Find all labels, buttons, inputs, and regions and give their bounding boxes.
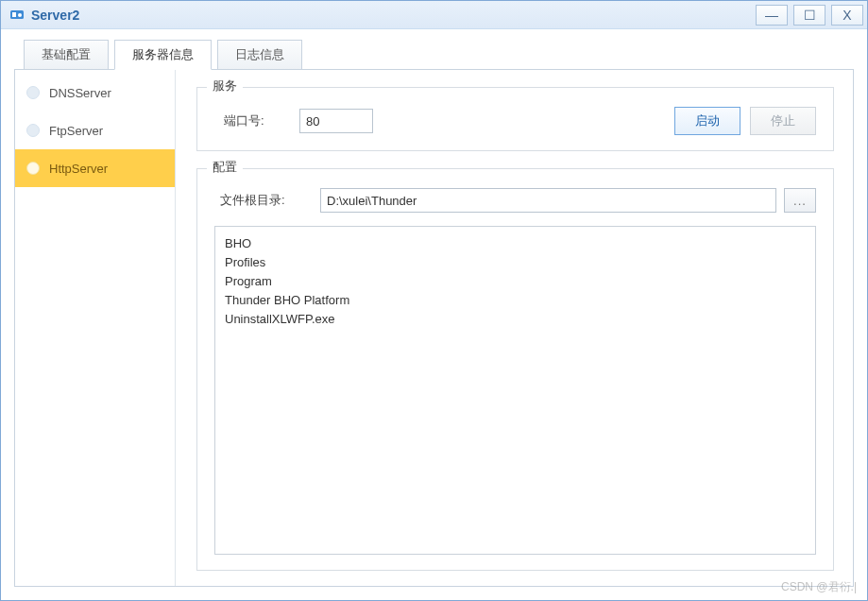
sidebar-item-label: HttpServer (49, 162, 108, 176)
tab-log-info[interactable]: 日志信息 (217, 40, 302, 70)
config-legend: 配置 (207, 159, 243, 176)
port-input[interactable] (299, 109, 373, 133)
sidebar-item-label: FtpServer (49, 124, 103, 138)
config-group: 配置 文件根目录: ... BHO Profiles Program Thund… (196, 168, 834, 571)
tab-basic-config[interactable]: 基础配置 (24, 40, 109, 70)
list-item[interactable]: UninstallXLWFP.exe (225, 310, 806, 329)
list-item[interactable]: Program (225, 272, 806, 291)
service-group: 服务 端口号: 启动 停止 (196, 87, 834, 151)
stop-button: 停止 (750, 107, 816, 135)
file-list[interactable]: BHO Profiles Program Thunder BHO Platfor… (214, 226, 816, 555)
main-panel: DNSServer FtpServer HttpServer 服务 端口号: (14, 69, 854, 587)
root-dir-row: 文件根目录: ... (214, 188, 816, 213)
sidebar-item-ftpserver[interactable]: FtpServer (15, 112, 175, 149)
status-dot-icon (26, 162, 40, 175)
start-button[interactable]: 启动 (674, 107, 740, 135)
minimize-button[interactable]: — (756, 5, 788, 26)
list-item[interactable]: Profiles (225, 253, 806, 272)
status-dot-icon (26, 124, 40, 137)
root-dir-input[interactable] (320, 188, 776, 213)
port-row: 端口号: 启动 停止 (214, 107, 816, 135)
app-window: Server2 — ☐ X 基础配置 服务器信息 日志信息 DNSServer … (0, 0, 868, 601)
app-icon (9, 7, 26, 24)
window-title: Server2 (31, 8, 756, 23)
svg-rect-1 (12, 12, 16, 17)
content-area: 基础配置 服务器信息 日志信息 DNSServer FtpServer Http… (1, 29, 867, 600)
sidebar-item-httpserver[interactable]: HttpServer (15, 149, 175, 187)
server-sidebar: DNSServer FtpServer HttpServer (15, 70, 176, 586)
window-controls: — ☐ X (756, 5, 863, 26)
sidebar-item-label: DNSServer (49, 86, 111, 100)
tabs: 基础配置 服务器信息 日志信息 (14, 39, 854, 69)
detail-pane: 服务 端口号: 启动 停止 配置 文件根目录: .. (176, 70, 853, 586)
title-bar[interactable]: Server2 — ☐ X (1, 1, 867, 29)
tab-server-info[interactable]: 服务器信息 (114, 40, 212, 70)
svg-point-2 (18, 13, 22, 17)
list-item[interactable]: Thunder BHO Platform (225, 291, 806, 310)
status-dot-icon (26, 86, 40, 99)
sidebar-item-dnsserver[interactable]: DNSServer (15, 74, 175, 112)
port-label: 端口号: (214, 112, 299, 129)
close-button[interactable]: X (831, 5, 863, 26)
list-item[interactable]: BHO (225, 234, 806, 253)
service-legend: 服务 (207, 77, 243, 94)
root-dir-label: 文件根目录: (214, 192, 320, 209)
maximize-button[interactable]: ☐ (793, 5, 825, 26)
browse-button[interactable]: ... (784, 188, 816, 213)
